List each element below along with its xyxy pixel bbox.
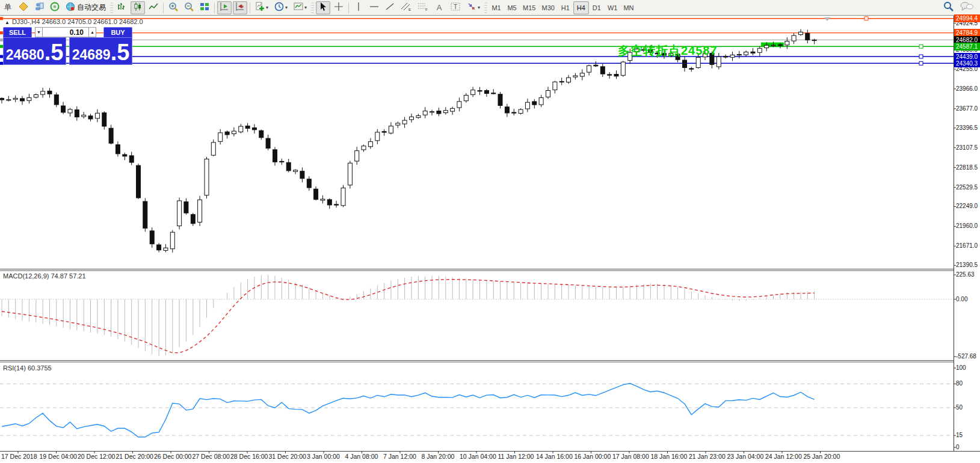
- time-axis-label: 4 Jan 08:00: [345, 453, 378, 460]
- time-axis-label: 8 Jan 20:00: [422, 453, 455, 460]
- buy-button-label: BUY: [111, 29, 125, 36]
- time-axis-label: 25 Jan 20:00: [804, 453, 840, 460]
- time-axis-label: 21 Dec 20:00: [116, 453, 153, 460]
- time-axis-label: 21 Jan 23:00: [689, 453, 726, 460]
- rsi-axis-label: 0: [956, 444, 960, 450]
- time-axis-label: 16 Jan 00:00: [575, 453, 611, 460]
- price-axis-label: 23966.0: [956, 85, 978, 92]
- symbol-ohlc-title: ▲DJ30-,H4 24663.0 24705.0 24661.0 24682.…: [5, 18, 143, 25]
- price-axis-label: 22818.5: [956, 164, 978, 171]
- rsi-axis-label: 50: [956, 404, 963, 411]
- sell-button[interactable]: SELL: [3, 27, 32, 37]
- rsi-indicator-label: RSI(14) 60.3755: [3, 364, 52, 372]
- time-axis-label: 24 Jan 12:00: [765, 453, 802, 460]
- time-axis-label: 11 Jan 12:00: [498, 453, 534, 460]
- shift-marker-icon: [824, 17, 830, 21]
- price-tag-24340.3: 24340.3: [954, 60, 980, 67]
- buy-button[interactable]: BUY: [103, 27, 132, 37]
- time-axis-label: 31 Dec 20:00: [269, 453, 306, 460]
- rsi-axis-label: 100: [956, 364, 966, 371]
- price-axis-label: 22249.0: [956, 203, 978, 209]
- price-tag-24994.4: 24994.4: [954, 14, 980, 22]
- time-axis-label: 17 Dec 2018: [1, 453, 37, 460]
- time-axis-label: 3 Jan 00:00: [307, 453, 340, 460]
- time-axis-label: 17 Jan 08:00: [612, 453, 649, 460]
- sell-price-display[interactable]: 24680.5: [3, 37, 66, 65]
- time-axis-label: 27 Dec 08:00: [193, 453, 230, 460]
- rsi-axis-label: 15: [956, 432, 963, 438]
- chart-annotation-text[interactable]: 多空转折点24587: [618, 43, 718, 59]
- time-axis-label: 18 Jan 16:00: [651, 453, 688, 460]
- volume-decrease-button[interactable]: ▼: [35, 27, 43, 37]
- time-axis-label: 26 Dec 00:00: [154, 453, 191, 460]
- macd-axis-label: -527.68: [956, 353, 976, 360]
- price-axis-label: 21671.0: [956, 242, 978, 249]
- buy-price-display[interactable]: 24689.5: [69, 37, 132, 65]
- volume-value: 0.10: [70, 28, 84, 37]
- buy-price-main: 24689: [72, 48, 111, 62]
- time-axis-label: 14 Jan 16:00: [536, 453, 573, 460]
- price-axis-label: 23396.5: [956, 124, 978, 131]
- price-axis-label: 22529.5: [956, 184, 978, 191]
- spinner-up-icon: ▲: [90, 30, 94, 34]
- time-axis-label: 28 Dec 16:00: [230, 453, 268, 460]
- one-click-top-row: SELL ▼ 0.10 ▲ BUY: [3, 27, 132, 37]
- time-axis-label: 7 Jan 12:00: [383, 453, 416, 460]
- rsi-axis-label: 80: [956, 380, 963, 387]
- chart-canvas[interactable]: [0, 0, 980, 463]
- spinner-down-icon: ▼: [37, 30, 41, 34]
- symbol-triangle-icon: ▲: [5, 20, 10, 25]
- price-axis-label: 23677.0: [956, 105, 978, 112]
- macd-axis-label: 0.00: [956, 296, 967, 302]
- rsi-line: [2, 384, 815, 437]
- price-axis-label: 21390.5: [956, 262, 978, 268]
- macd-indicator-label: MACD(12,26,9) 74.87 57.21: [3, 272, 86, 280]
- time-axis-label: 19 Dec 04:00: [40, 453, 77, 460]
- volume-increase-button[interactable]: ▲: [88, 27, 96, 37]
- buy-price-fraction: .5: [111, 43, 130, 62]
- trading-terminal: 单 自动交易: [0, 0, 980, 463]
- time-axis-label: 10 Jan 04:00: [460, 453, 496, 460]
- volume-input[interactable]: 0.10: [43, 27, 88, 37]
- symbol-ohlc-text: DJ30-,H4 24663.0 24705.0 24661.0 24682.0: [12, 18, 143, 25]
- time-axis-label: 20 Dec 12:00: [78, 453, 115, 460]
- price-axis-label: 23107.5: [956, 144, 978, 151]
- sell-price-fraction: .5: [45, 43, 64, 62]
- chart-window: ▲DJ30-,H4 24663.0 24705.0 24661.0 24682.…: [0, 16, 980, 463]
- price-tag-24587.1: 24587.1: [954, 43, 980, 51]
- price-axis-label: 21960.0: [956, 222, 978, 229]
- time-axis-label: 23 Jan 04:00: [727, 453, 764, 460]
- one-click-trading-panel: SELL ▼ 0.10 ▲ BUY 24680.5 24689.5: [3, 27, 132, 66]
- macd-axis-label: 225.63: [956, 271, 975, 278]
- macd-signal-line: [2, 280, 815, 353]
- sell-price-main: 24680: [6, 48, 45, 62]
- sell-button-label: SELL: [9, 29, 26, 36]
